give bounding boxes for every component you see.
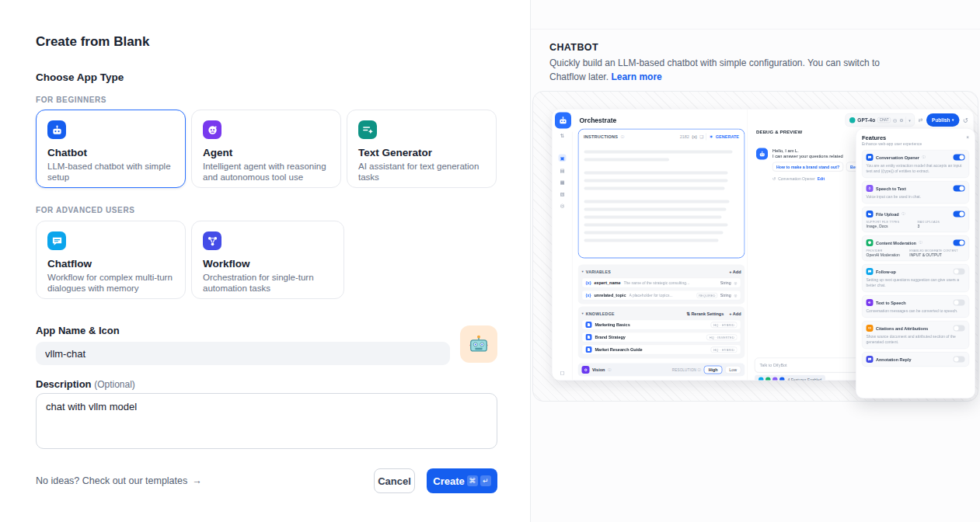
chat-dots-icon — [867, 268, 874, 275]
skeleton-line — [584, 158, 669, 162]
toggle-on — [954, 240, 965, 246]
card-title: Chatflow — [47, 258, 174, 270]
knowledge-row: Market Research Guide HQ · HYBRID — [582, 345, 741, 355]
chatflow-icon — [47, 231, 66, 250]
for-beginners-label: FOR BEGINNERS — [36, 96, 106, 104]
orchestrate-sidebar: ⇅ ▣ ▤ ▦ ▧ ◎ ▢ — [553, 132, 574, 381]
card-description: Orchestration for single-turn automation… — [203, 272, 333, 294]
create-button[interactable]: Create ⌘ ↵ — [427, 468, 497, 493]
conversation-opener-mini-icon — [759, 377, 764, 381]
knowledge-row: Brand Strategy HQ · INVERTED — [582, 332, 741, 343]
feature-annotation-reply: Annotation Reply — [862, 352, 969, 367]
templates-link[interactable]: No ideas? Check out our templates → — [36, 475, 202, 486]
skeleton-line — [584, 216, 722, 219]
speaker-icon — [867, 299, 874, 306]
required-badge: REQUIRED — [697, 293, 717, 298]
moderation-mini-icon — [766, 377, 771, 381]
document-icon — [586, 346, 592, 353]
annotation-icon — [867, 356, 874, 363]
shield-icon — [867, 239, 874, 246]
knowledge-row: Marketing Basics HQ · HYBRID — [582, 320, 741, 330]
eye-icon: ◎ — [734, 281, 738, 285]
skeleton-line — [584, 200, 730, 204]
advanced-card-row: Chatflow Workflow for complex multi-turn… — [36, 221, 344, 299]
microphone-icon — [867, 185, 874, 192]
variables-section: ▾ VARIABLES + Add {x} expert_name The na… — [578, 265, 745, 304]
variable-token-icon: {x} — [692, 134, 696, 139]
app-icon-picker[interactable] — [460, 325, 497, 363]
generate-button: GENERATE — [716, 134, 739, 139]
enter-key-icon: ↵ — [480, 475, 491, 486]
feature-content-moderation: Content Moderation ⓘ PROVIDEROpenAI Mode… — [862, 235, 969, 261]
quote-icon — [867, 325, 874, 332]
bot-avatar — [756, 148, 768, 160]
skeleton-line — [584, 231, 724, 235]
variable-row: {x} unrelated_topic A placeholder for to… — [582, 291, 741, 301]
suggestion-chip: How to make a brand stand out? — [772, 162, 843, 172]
app-name-input[interactable] — [36, 342, 450, 365]
vision-icon — [582, 366, 590, 374]
variable-token-icon: {x} — [586, 293, 591, 298]
workflow-icon — [203, 231, 221, 250]
info-icon: ⓘ — [919, 240, 922, 245]
card-title: Chatbot — [47, 147, 174, 158]
skeleton-line — [584, 172, 728, 175]
folder-icon — [867, 211, 874, 218]
refresh-icon: ↺ — [772, 176, 776, 181]
preview-panel-header-strip — [531, 0, 980, 30]
description-textarea[interactable]: chat with vllm model — [36, 393, 497, 449]
app-type-card-text-generator[interactable]: Text Generator AI assistant for text gen… — [347, 110, 497, 188]
toggle-off — [954, 269, 965, 275]
toggle-on — [954, 155, 965, 161]
feature-conversation-opener: Conversation Opener ⓘ You are an entity … — [862, 150, 969, 178]
app-name-label: App Name & Icon — [36, 325, 120, 336]
copy-icon: ❏ — [699, 134, 703, 140]
cancel-button[interactable]: Cancel — [374, 468, 415, 493]
app-type-preview-panel: CHATBOT Quickly build an LLM-based chatb… — [531, 0, 980, 522]
for-advanced-users-label: FOR ADVANCED USERS — [36, 206, 134, 214]
features-panel: Features × Enhance web-app user experien… — [856, 128, 975, 398]
speech-to-text-mini-icon — [772, 377, 778, 381]
chevron-down-icon: ▾ — [582, 311, 584, 315]
index-mode-badge: HQ · HYBRID — [711, 346, 738, 353]
app-type-card-chatbot[interactable]: Chatbot LLM-based chatbot with simple se… — [36, 110, 186, 188]
chatbot-icon — [47, 120, 66, 139]
learn-more-link[interactable]: Learn more — [611, 71, 661, 82]
toggle-off — [954, 300, 965, 306]
sidebar-web-icon: ◎ — [560, 204, 565, 209]
optional-hint: (Optional) — [94, 379, 135, 390]
create-app-page: Create from Blank Choose App Type FOR BE… — [0, 0, 980, 522]
preview-description: Quickly build an LLM-based chatbot with … — [549, 56, 885, 84]
variable-token-icon: {x} — [586, 280, 591, 285]
app-type-card-chatflow[interactable]: Chatflow Workflow for complex multi-turn… — [36, 221, 186, 299]
app-avatar-icon — [555, 113, 571, 129]
info-icon: ⓘ — [608, 367, 612, 373]
chevron-down-icon: ▾ — [582, 270, 584, 273]
card-title: Agent — [203, 147, 330, 158]
instructions-panel: INSTRUCTIONS ⓘ 2182 {x} ❏ ✶ GENERATE — [578, 129, 745, 259]
feature-file-upload: File Upload ⓘ SUPPORT FILE TYPESImage, D… — [862, 207, 969, 232]
resolution-high-chip: High — [704, 366, 723, 374]
swap-icon: ⇅ — [560, 134, 564, 139]
sidebar-notes-icon: ▧ — [560, 192, 564, 197]
agent-icon — [203, 120, 221, 139]
index-mode-badge: HQ · INVERTED — [706, 334, 737, 340]
edit-link: Edit — [818, 176, 825, 181]
app-type-card-agent[interactable]: Agent Intelligent agent with reasoning a… — [191, 110, 341, 188]
sidebar-image-icon: ▤ — [560, 169, 564, 174]
sidebar-document-icon: ▦ — [560, 180, 564, 186]
info-icon: ⓘ — [902, 211, 905, 217]
features-enabled-bar: 4 Features Enabled — [755, 375, 825, 381]
document-icon — [586, 322, 592, 328]
resolution-label: RESOLUTION ⓘ — [672, 367, 701, 373]
arrow-right-icon: → — [192, 475, 202, 486]
sidebar-orchestrate-icon: ▣ — [558, 155, 566, 162]
feature-text-to-speech: Text to Speech Conversation messages can… — [862, 295, 969, 318]
feature-speech-to-text: Speech to Text Voice input can be used i… — [862, 181, 969, 204]
robot-emoji-icon — [467, 332, 490, 356]
page-title: Create from Blank — [36, 34, 149, 50]
create-from-blank-panel: Create from Blank Choose App Type FOR BE… — [0, 0, 531, 522]
choose-app-type-label: Choose App Type — [36, 71, 124, 83]
app-type-card-workflow[interactable]: Workflow Orchestration for single-turn a… — [191, 221, 344, 299]
skeleton-line — [584, 208, 727, 211]
